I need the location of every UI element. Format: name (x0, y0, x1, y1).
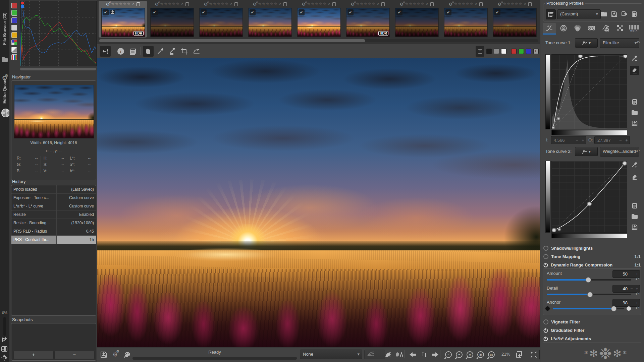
histogram-red-toggle[interactable] (11, 3, 17, 8)
tab-detail[interactable] (557, 23, 570, 34)
zoom-100-button[interactable]: 1:1 (486, 350, 496, 360)
section-lab-adjustments[interactable]: L*a*b* Adjustments (543, 335, 641, 343)
gears-icon[interactable]: ⚙⚙ (1, 75, 8, 81)
histogram-mode-toggle[interactable] (11, 47, 17, 53)
folder-icon[interactable] (1, 56, 8, 63)
filmstrip-thumbnail[interactable]: ⚙☆☆☆☆☆○ ✓ (441, 1, 490, 38)
soft-proof-button[interactable] (383, 350, 393, 360)
filmstrip-thumbnail[interactable]: ⚙☆☆☆☆☆○ ✓ (197, 1, 245, 38)
reset-curve-2-button[interactable]: ↶ (636, 148, 640, 154)
detail-window-add-icon[interactable] (1, 337, 8, 343)
curve-type-1-button[interactable]: ▾ (575, 38, 598, 48)
main-photo[interactable] (97, 58, 540, 347)
history-row[interactable]: Exposure - Tone c...Custom curve (11, 194, 96, 202)
collapse-panels-icon[interactable] (1, 355, 8, 361)
tab-transform[interactable] (599, 23, 612, 34)
tab-metadata[interactable]: META (628, 23, 640, 34)
curve-1-point[interactable] (624, 55, 627, 58)
filmstrip-thumbnail[interactable]: ⚙☆☆☆☆☆○ ✓ (490, 1, 539, 38)
histogram-chromaticity-toggle[interactable] (11, 32, 17, 38)
curve-2-copy-button[interactable] (630, 201, 639, 210)
preview-luminosity-button[interactable]: L (533, 49, 539, 54)
tab-file-browser[interactable]: File Browser (23) (0, 3, 9, 55)
straighten-tool-button[interactable] (191, 46, 202, 57)
filmstrip-thumbnail[interactable]: ⚙☆☆☆☆☆○ ✓ (392, 1, 441, 38)
anchor-reset-button[interactable]: ↶ (635, 305, 639, 311)
curve-2-picker-button[interactable] (630, 160, 639, 170)
preview-true-color-button[interactable]: T (476, 46, 484, 57)
detail-reset-button[interactable]: ↶ (635, 291, 639, 297)
aperture-icon[interactable] (1, 109, 8, 118)
filmstrip-thumbnail[interactable]: ⚙☆☆☆☆☆○ ✓ (148, 1, 196, 38)
lockable-picker-button[interactable] (167, 46, 178, 57)
filmstrip-thumbnail[interactable]: ⚙☆☆☆☆☆○ ✓HDR (343, 1, 392, 38)
histogram-scale-slider[interactable] (20, 68, 96, 70)
image-info-button[interactable]: i (115, 46, 126, 57)
crop-tool-button[interactable] (179, 46, 190, 57)
section-vignette-filter[interactable]: Vignette Filter (543, 318, 641, 326)
curve-1-copy-button[interactable] (630, 97, 639, 107)
save-image-button[interactable] (99, 350, 109, 360)
reset-curve-1-button[interactable]: ↶ (636, 40, 640, 45)
swap-image-button[interactable] (419, 350, 429, 360)
detail-slider[interactable] (547, 294, 631, 295)
history-row[interactable]: Photo loaded(Last Saved) (11, 185, 96, 194)
preview-red-channel-button[interactable] (511, 49, 517, 54)
amount-slider[interactable] (547, 279, 631, 281)
load-profile-button[interactable] (599, 9, 609, 19)
preview-green-channel-button[interactable] (519, 49, 524, 54)
color-profile-select[interactable]: None▾ (300, 350, 362, 359)
curve-2-edit-button[interactable] (630, 172, 639, 182)
history-row[interactable]: PRS RLD - Radius0.45 (11, 227, 96, 236)
curve-2-save-button[interactable] (630, 223, 639, 232)
curve-2-point[interactable] (587, 202, 591, 206)
section-shadows-highlights[interactable]: Shadows/Highlights (543, 244, 641, 252)
send-to-editor-button[interactable] (122, 350, 132, 360)
filmstrip-thumbnail-selected[interactable]: ⚙☆☆☆☆☆○ ✓ HDR (99, 1, 147, 38)
mixer-icon[interactable] (1, 346, 8, 352)
histogram-luminosity-toggle[interactable] (11, 25, 17, 31)
history-row[interactable]: ResizeEnabled (11, 210, 96, 219)
zoom-out-button[interactable]: − (443, 350, 453, 360)
curve-2-point[interactable] (558, 228, 561, 231)
curve-1-edit-button[interactable] (630, 66, 639, 75)
histogram-raw-toggle[interactable] (11, 54, 17, 60)
preview-blue-channel-button[interactable] (526, 49, 531, 54)
curve-1-point[interactable] (552, 126, 555, 129)
hide-left-panel-button[interactable] (100, 46, 111, 57)
add-snapshot-button[interactable]: + (13, 351, 54, 359)
background-gray-button[interactable] (494, 49, 499, 54)
section-graduated-filter[interactable]: Graduated Filter (543, 326, 641, 335)
save-profile-button[interactable] (609, 9, 619, 19)
color-picker-button[interactable] (155, 46, 166, 57)
background-dark-button[interactable] (486, 49, 492, 54)
paste-profile-button[interactable] (630, 9, 639, 19)
fill-mode-button[interactable] (546, 9, 556, 19)
curve-1-point[interactable] (557, 117, 560, 120)
curve-2-load-button[interactable] (630, 212, 639, 221)
history-row[interactable]: Resize - Bounding...(644x362) (11, 219, 96, 227)
copy-profile-button[interactable] (620, 9, 629, 19)
zoom-fit-crop-button[interactable]: ▣ (476, 350, 486, 360)
curve-mode-2-select[interactable]: Weighte...andard▾ (600, 147, 639, 157)
curve-1-load-button[interactable] (630, 108, 639, 117)
curve-2-editor[interactable] (551, 161, 627, 233)
next-image-button[interactable] (430, 350, 440, 360)
add-detail-window-button[interactable] (515, 350, 525, 360)
tab-raw[interactable] (613, 23, 626, 34)
histogram-green-toggle[interactable] (11, 10, 17, 16)
histogram-rgb-toggle[interactable] (11, 40, 17, 45)
history-row[interactable]: L*a*b* - L* curveCustom curve (11, 202, 96, 210)
section-tone-mapping[interactable]: Tone Mapping1:1 (543, 252, 641, 261)
curve-2-point[interactable] (623, 162, 627, 165)
profile-select[interactable]: (Custom)▾ (557, 9, 601, 19)
before-after-button[interactable] (127, 46, 138, 57)
curve-mode-1-select[interactable]: Film-like▾ (600, 38, 639, 48)
amount-reset-button[interactable]: ↶ (635, 277, 639, 282)
background-white-button[interactable] (501, 49, 506, 54)
previous-image-button[interactable] (408, 350, 418, 360)
history-row-selected[interactable]: PRS - Contrast thr...15 (11, 236, 96, 244)
filmstrip-thumbnail[interactable]: ⚙☆☆☆☆☆○ ✓ (294, 1, 343, 38)
anchor-slider[interactable] (553, 308, 624, 309)
gamut-warning-button[interactable] (394, 350, 405, 360)
